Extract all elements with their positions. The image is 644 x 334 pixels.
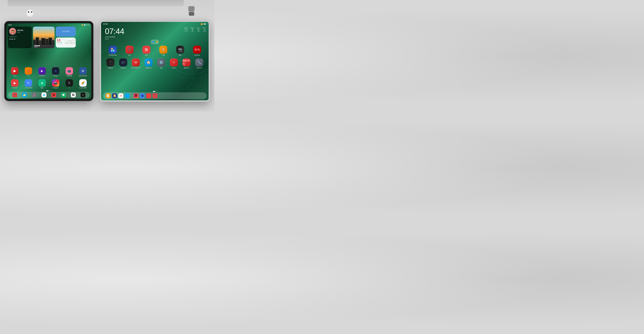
hw-app-tiansheng[interactable]: 🎶 天生音乐 — [117, 58, 130, 69]
hw-dock-memo[interactable]: 📔 — [112, 93, 117, 98]
hw-dock-music[interactable]: 🎵 — [152, 93, 158, 98]
hw-app-row-1: 🏪 华为应用市场 🎵 音乐 微 微博 — [104, 46, 206, 56]
hw-app-vmall[interactable]: V VMALL — [168, 58, 180, 69]
hw-app-huawei-store[interactable]: 华为 应用市场 — [191, 46, 204, 56]
hw-date: 12月13日周五 — [105, 36, 124, 38]
xiaomi-screen: 18:46 📶 66% — [6, 23, 91, 99]
wifi-icon: 📶 — [82, 24, 83, 26]
music-artist: 梁静茹 — [17, 32, 23, 33]
next-button[interactable]: ⏭ — [14, 38, 15, 40]
front-camera — [48, 22, 49, 23]
weather-widget: 天气不可用 — [56, 27, 76, 37]
hw-dock-health[interactable]: ❤️ — [146, 93, 151, 98]
hw-weather-day-3: 星期一 ⛅ 13/9 — [197, 27, 200, 32]
hw-app-myhuawei[interactable]: 我的华为 我的华为 — [180, 58, 193, 69]
music-cover: 👩 — [9, 28, 16, 35]
app-bilibili[interactable]: 📺 哔哩哔哩 — [64, 67, 74, 77]
app-coolapk[interactable]: ◈ 酷安 — [37, 79, 47, 89]
app-ms365[interactable]: ⊞ Microsoft 365 — [78, 67, 88, 77]
dock-weibo[interactable]: 微 — [51, 92, 56, 97]
hw-dock-calendar[interactable]: 13 — [118, 93, 123, 98]
hw-status-icons: 📶 — [201, 23, 206, 25]
hw-dock: 📝 📔 13 🌐 🖼 🌤 ❤️ 🎵 — [103, 92, 206, 99]
hw-app-tablet-zone[interactable]: 📱 平板专区 — [104, 58, 117, 69]
hw-weather: 星期六 16°C 17/12 星期日 🌤 14/9 星期一 ⛅ 13/9 — [184, 27, 206, 32]
dock-left: 🎵 📁 🚀 🌐 微 💬 🖼 𝕏 — [8, 92, 90, 98]
hw-weather-day-1: 星期六 16°C 17/12 — [184, 27, 188, 32]
hw-dock-browser[interactable]: 🌐 — [124, 93, 130, 98]
battery-percent: 66% — [87, 24, 90, 26]
play-button[interactable]: ▶ — [12, 38, 13, 40]
hw-weather-row: 星期六 16°C 17/12 星期日 🌤 14/9 星期一 ⛅ 13/9 — [184, 27, 206, 32]
app-google-photos[interactable]: 🌈 Google 相册 — [78, 79, 88, 89]
dock-x[interactable]: 𝕏 — [80, 92, 86, 97]
hw-page-indicators — [153, 91, 157, 92]
app-google-translate[interactable]: G Google 翻译 — [23, 79, 33, 89]
hw-folder-row — [151, 40, 159, 44]
dock-files[interactable]: 📁 — [22, 92, 27, 97]
hw-dot-2 — [156, 91, 157, 92]
hw-wifi-icon: 📶 — [201, 23, 203, 25]
hw-dock-gallery[interactable]: 🖼 — [134, 93, 138, 98]
prev-button[interactable]: ⏮ — [9, 38, 11, 40]
hw-app-weibo[interactable]: 微 微博 — [140, 46, 153, 56]
app-nplayer[interactable]: n nPlayer — [51, 67, 61, 77]
tablet-huawei: 07:44 📶 07:44 12月13日周五 龙华区 — [100, 20, 210, 102]
music-controls: ⏮ ▶ ⏭ — [9, 38, 30, 40]
huawei-camera — [154, 22, 156, 23]
hw-app-appmarket[interactable]: 🏪 华为应用市场 — [106, 46, 119, 56]
app-vlc[interactable]: 🔺 VLC — [23, 67, 33, 77]
hw-app-tools[interactable]: 🔧 实用工具 — [193, 58, 206, 69]
hw-status-time: 07:44 — [103, 23, 108, 25]
app-youtube[interactable]: ▶ YouTube — [10, 79, 20, 89]
hw-clock: 07:44 12月13日周五 龙华区 — [105, 27, 124, 40]
dock-chrome[interactable]: 🌐 — [42, 92, 46, 97]
dock-rocket[interactable]: 🚀 — [32, 92, 37, 97]
app-instagram[interactable]: 📷 Instagram — [51, 79, 61, 89]
dot-1 — [46, 90, 48, 91]
hw-app-wps[interactable]: W WPS Office PC — [130, 58, 142, 69]
hw-app-smarthome[interactable]: 🏠 智慧生活 — [142, 58, 155, 69]
calendar-date: 13 — [57, 39, 62, 42]
status-icons: 📶 66% — [82, 24, 90, 26]
hw-app-grid: 🏪 华为应用市场 🎵 音乐 微 微博 — [101, 46, 208, 71]
hw-dock-separator — [132, 94, 132, 98]
hw-folder-1[interactable] — [151, 40, 159, 44]
hw-app-row-2: 📱 平板专区 🎶 天生音乐 W WPS Offic — [104, 58, 206, 69]
dock-photos[interactable]: 🖼 — [71, 92, 76, 97]
huawei-screen: 07:44 📶 07:44 12月13日周五 龙华区 — [101, 22, 208, 100]
dot-3 — [51, 90, 52, 91]
app-kmplayer[interactable]: ▶ KMPlayer — [37, 67, 47, 77]
app-infuse[interactable]: ▶ Infuse — [10, 67, 20, 77]
music-note: 最近播放的音乐 — [9, 36, 30, 38]
app-row-1: ▶ Infuse 🔺 VLC ▶ KMPlayer — [8, 67, 90, 77]
calendar-month: 十二 一二三四五六日 2345678 9101112131415 — [64, 39, 75, 44]
music-title: 可惜不是你 — [17, 30, 23, 31]
right-widgets: 天气不可用 13 今天无日程 十二 一二三四五六日 — [56, 27, 76, 51]
hw-dot-1 — [153, 91, 155, 92]
city-year: 2024年 — [34, 47, 38, 48]
hw-app-settings[interactable]: ⚙️ 设置 — [155, 58, 168, 69]
app-row-2: ▶ YouTube G Google 翻译 ◈ 酷安 — [8, 79, 90, 89]
hw-app-themes[interactable]: 🎨 主题 — [157, 46, 170, 56]
dock-wechat[interactable]: 💬 — [61, 92, 66, 97]
robot-toy — [187, 6, 196, 16]
music-widget[interactable]: 👩 可惜不是你 梁静茹 最近播放的音乐 ⏮ ▶ ⏭ — [8, 27, 32, 48]
page-indicators — [46, 90, 52, 91]
hw-dock-weather[interactable]: 🌤 — [140, 93, 145, 98]
hw-battery-icon — [204, 23, 206, 25]
hw-app-camera[interactable]: 📷 相机 — [174, 46, 187, 56]
dot-2 — [49, 90, 50, 91]
battery-icon — [84, 24, 87, 26]
photo-widget: 掬丽晚霞 2024年 — [33, 27, 54, 48]
dock-music[interactable]: 🎵 — [12, 92, 17, 97]
hw-time-display: 07:44 — [105, 27, 124, 35]
hw-app-music[interactable]: 🎵 音乐 — [123, 46, 136, 56]
hw-weather-day-4: 星期二 🌤 19/10 — [203, 27, 206, 32]
tablet-xiaomi: 18:46 📶 66% — [4, 21, 94, 101]
app-x-twitter[interactable]: 𝕏 X — [64, 79, 74, 89]
weather-text: 天气不可用 — [62, 31, 69, 33]
keyboard — [8, 0, 184, 6]
hw-dock-notes[interactable]: 📝 — [106, 93, 111, 98]
status-time: 18:46 — [8, 24, 12, 26]
